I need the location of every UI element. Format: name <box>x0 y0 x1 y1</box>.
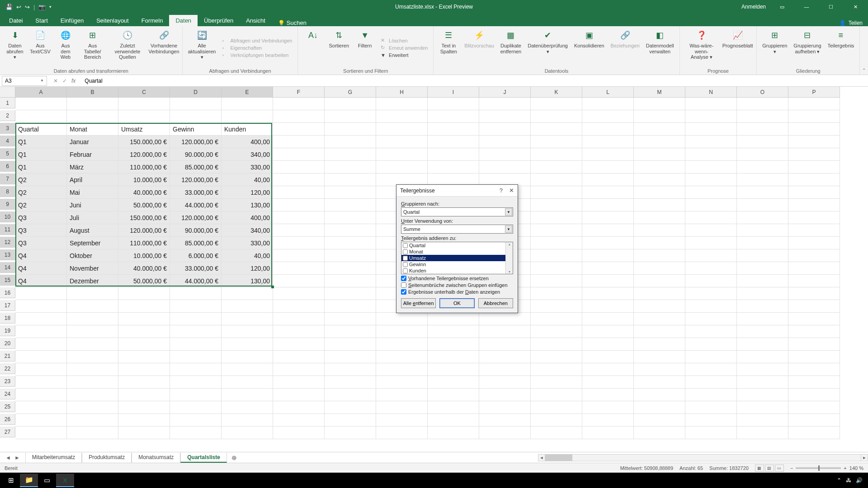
chevron-down-icon[interactable]: ▼ <box>40 79 44 83</box>
cell[interactable] <box>582 237 634 249</box>
cell[interactable] <box>325 148 376 161</box>
cell[interactable] <box>118 427 170 439</box>
cell[interactable] <box>118 338 170 351</box>
column-header[interactable]: M <box>634 87 685 98</box>
cell[interactable] <box>685 98 737 110</box>
cell[interactable] <box>685 199 737 211</box>
cell[interactable] <box>788 300 840 313</box>
cell[interactable] <box>582 376 634 389</box>
cell[interactable] <box>428 110 479 123</box>
cell[interactable] <box>325 224 376 237</box>
cell[interactable] <box>582 363 634 376</box>
cell[interactable] <box>582 401 634 414</box>
cell[interactable] <box>428 313 479 325</box>
cell[interactable]: Monat <box>67 123 118 136</box>
cell[interactable] <box>685 414 737 427</box>
row-header[interactable]: 4 <box>0 136 15 146</box>
ribbon-button[interactable]: ❓Was-wäre-wenn- Analyse ▾ <box>684 28 720 67</box>
collapse-ribbon-icon[interactable]: ⌃ <box>860 26 868 75</box>
cell[interactable]: 6.000,00 € <box>170 249 222 262</box>
cell[interactable] <box>325 186 376 199</box>
cell[interactable] <box>376 427 428 439</box>
cell[interactable]: 150.000,00 € <box>118 136 170 148</box>
cell[interactable]: 85.000,00 € <box>170 237 222 249</box>
cell[interactable] <box>67 313 118 325</box>
ribbon-options-icon[interactable]: ▭ <box>774 4 790 10</box>
cell[interactable] <box>67 351 118 363</box>
cell[interactable] <box>479 136 531 148</box>
cell[interactable] <box>582 287 634 300</box>
row-header[interactable]: 20 <box>0 338 15 349</box>
cell[interactable] <box>685 351 737 363</box>
cell[interactable] <box>273 414 325 427</box>
cell[interactable]: April <box>67 174 118 186</box>
cell[interactable] <box>582 199 634 211</box>
cell[interactable] <box>222 325 273 338</box>
cell[interactable]: 10.000,00 € <box>118 249 170 262</box>
cell[interactable] <box>376 401 428 414</box>
undo-icon[interactable]: ↩ <box>16 4 21 10</box>
cell[interactable]: Q4 <box>15 275 67 287</box>
cell[interactable] <box>170 98 222 110</box>
cell[interactable] <box>788 98 840 110</box>
cell[interactable] <box>582 148 634 161</box>
cell[interactable] <box>685 262 737 275</box>
cell[interactable] <box>582 98 634 110</box>
cell[interactable]: September <box>67 237 118 249</box>
cell[interactable] <box>737 262 788 275</box>
ribbon-button[interactable]: ✔Datenüberprüfung ▾ <box>526 28 570 67</box>
cell[interactable] <box>325 136 376 148</box>
cell[interactable] <box>685 249 737 262</box>
cell[interactable] <box>273 174 325 186</box>
share-button[interactable]: Teilen <box>849 20 863 26</box>
cell[interactable]: August <box>67 224 118 237</box>
row-header[interactable]: 3 <box>0 123 15 134</box>
cell[interactable] <box>737 161 788 174</box>
cell[interactable] <box>737 211 788 224</box>
sheet-nav-next-icon[interactable]: ► <box>14 455 20 461</box>
cell[interactable] <box>273 123 325 136</box>
cell[interactable]: Q3 <box>15 211 67 224</box>
cell[interactable] <box>479 401 531 414</box>
ribbon-button[interactable]: 🕓Zuletzt verwendete Quellen <box>108 28 146 67</box>
cell[interactable]: 110.000,00 € <box>118 161 170 174</box>
cell[interactable] <box>582 414 634 427</box>
field-item[interactable]: Monat <box>401 249 513 255</box>
cell[interactable] <box>737 287 788 300</box>
column-header[interactable]: P <box>788 87 840 98</box>
search-field[interactable]: Suchen <box>287 19 307 26</box>
cell[interactable] <box>531 401 582 414</box>
cell[interactable] <box>67 338 118 351</box>
cell[interactable] <box>376 110 428 123</box>
cell[interactable] <box>325 351 376 363</box>
cell[interactable]: 120.000,00 € <box>170 136 222 148</box>
cell[interactable]: Q2 <box>15 199 67 211</box>
cell[interactable] <box>67 389 118 401</box>
column-header[interactable]: J <box>479 87 531 98</box>
cell[interactable] <box>788 123 840 136</box>
cell[interactable]: 400,00 <box>222 211 273 224</box>
row-header[interactable]: 26 <box>0 414 15 425</box>
cell[interactable]: 120.000,00 € <box>118 148 170 161</box>
cell[interactable] <box>118 313 170 325</box>
qat-more-icon[interactable]: ▾ <box>49 5 52 9</box>
cell[interactable] <box>531 161 582 174</box>
cell[interactable] <box>273 427 325 439</box>
cell[interactable] <box>15 287 67 300</box>
column-header[interactable]: H <box>376 87 428 98</box>
cell[interactable] <box>222 338 273 351</box>
cell[interactable] <box>222 427 273 439</box>
menu-tab-datei[interactable]: Datei <box>3 15 29 26</box>
replace-subtotals-checkbox[interactable] <box>401 276 406 281</box>
cell[interactable] <box>685 389 737 401</box>
cell[interactable] <box>222 300 273 313</box>
cell[interactable] <box>15 389 67 401</box>
cell[interactable]: Quartal <box>15 123 67 136</box>
cell[interactable]: Q2 <box>15 186 67 199</box>
cell[interactable]: 44.000,00 € <box>170 199 222 211</box>
cell[interactable] <box>273 136 325 148</box>
cell[interactable] <box>325 401 376 414</box>
cell[interactable] <box>737 401 788 414</box>
cell[interactable] <box>273 351 325 363</box>
field-checkbox[interactable] <box>403 268 408 273</box>
